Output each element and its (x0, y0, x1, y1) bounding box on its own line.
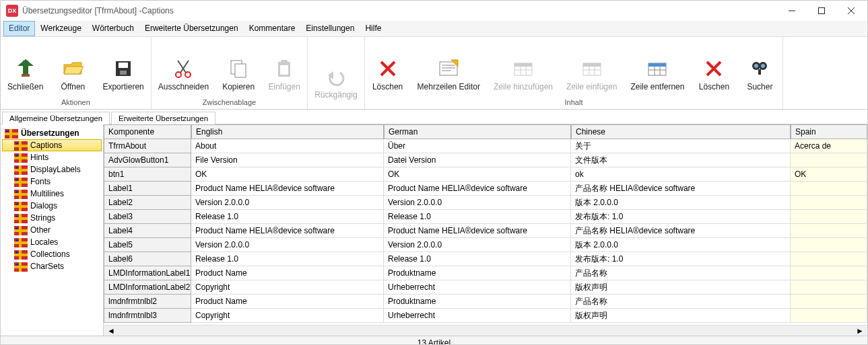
cell-cn[interactable]: 产品名称 (571, 266, 791, 280)
cell-comp[interactable]: TfrmAbout (104, 139, 191, 153)
sidebar-item-charsets[interactable]: CharSets (2, 260, 102, 272)
tab-1[interactable]: Erweiterte Übersetzungen (111, 112, 215, 124)
column-header-spain[interactable]: Spain (791, 124, 867, 139)
menu-item-kommentare[interactable]: Kommentare (244, 21, 301, 36)
copy-btn[interactable]: Kopieren (215, 37, 261, 95)
menu-item-editor[interactable]: Editor (3, 21, 35, 36)
cell-en[interactable]: Release 1.0 (191, 210, 384, 224)
table-row[interactable]: AdvGlowButton1File VersionDatei Version文… (104, 153, 867, 167)
table-row[interactable]: btn1OKOKokOK (104, 167, 867, 182)
table-row[interactable]: lmdnfrmtnlbl2Product NameProduktname产品名称 (104, 295, 867, 309)
menu-item-wörterbuch[interactable]: Wörterbuch (87, 21, 139, 36)
cell-de[interactable]: Release 1.0 (384, 210, 571, 224)
menu-item-hilfe[interactable]: Hilfe (360, 21, 387, 36)
cell-en[interactable]: OK (191, 167, 384, 182)
sidebar-item-multilines[interactable]: Multilines (2, 188, 102, 200)
cell-cn[interactable]: 产品名称 (571, 295, 791, 309)
cell-de[interactable]: Über (384, 139, 571, 153)
menu-item-erweiterte übersetzungen[interactable]: Erweiterte Übersetzungen (139, 21, 244, 36)
export-btn[interactable]: Exportieren (96, 37, 150, 95)
sidebar-item-displaylabels[interactable]: DisplayLabels (2, 163, 102, 176)
cell-cn[interactable]: 发布版本: 1.0 (571, 252, 791, 266)
table-row[interactable]: Label5Version 2.0.0.0Version 2.0.0.0版本 2… (104, 238, 867, 252)
cell-comp[interactable]: LMDInformationLabel2 (104, 280, 191, 295)
cell-comp[interactable]: AdvGlowButton1 (104, 153, 191, 167)
cell-es[interactable] (791, 266, 867, 280)
cell-en[interactable]: File Version (191, 153, 384, 167)
column-header-english[interactable]: English (191, 124, 384, 139)
close-window-button[interactable] (836, 1, 866, 20)
table-row[interactable]: Label4Product Name HELIA®device software… (104, 224, 867, 238)
cell-es[interactable] (791, 196, 867, 210)
cell-en[interactable]: Version 2.0.0.0 (191, 196, 384, 210)
sidebar-item-strings[interactable]: Strings (2, 212, 102, 224)
column-header-chinese[interactable]: Chinese (571, 124, 791, 139)
cell-de[interactable]: Urheberrecht (384, 280, 571, 295)
tab-0[interactable]: Allgemeine Übersetzungen (2, 112, 110, 124)
cell-en[interactable]: Product Name (191, 295, 384, 309)
table-row[interactable]: LMDInformationLabel2CopyrightUrheberrech… (104, 280, 867, 295)
cell-cn[interactable]: 关于 (571, 139, 791, 153)
cell-comp[interactable]: Label2 (104, 196, 191, 210)
cell-comp[interactable]: Label5 (104, 238, 191, 252)
cell-cn[interactable]: ok (571, 167, 791, 182)
cell-comp[interactable]: lmdnfrmtnlbl3 (104, 309, 191, 323)
cell-de[interactable]: OK (384, 167, 571, 182)
cell-es[interactable] (791, 224, 867, 238)
cell-comp[interactable]: lmdnfrmtnlbl2 (104, 295, 191, 309)
sidebar-item-captions[interactable]: Captions (2, 139, 102, 151)
horizontal-scrollbar[interactable]: ◄ ► (104, 325, 867, 336)
cell-es[interactable] (791, 153, 867, 167)
cell-cn[interactable]: 文件版本 (571, 153, 791, 167)
cell-comp[interactable]: Label4 (104, 224, 191, 238)
menu-item-einstellungen[interactable]: Einstellungen (300, 21, 360, 36)
cell-de[interactable]: Version 2.0.0.0 (384, 238, 571, 252)
cell-comp[interactable]: btn1 (104, 167, 191, 182)
table-row[interactable]: LMDInformationLabel1Product NameProduktn… (104, 266, 867, 280)
cell-comp[interactable]: Label1 (104, 182, 191, 196)
sidebar-item-collections[interactable]: Collections (2, 248, 102, 260)
sidebar-item-other[interactable]: Other (2, 224, 102, 236)
maximize-button[interactable] (807, 1, 836, 20)
column-header-komponente[interactable]: Komponente (104, 124, 191, 139)
table-row[interactable]: Label3Release 1.0Release 1.0发布版本: 1.0 (104, 210, 867, 224)
cell-comp[interactable]: Label3 (104, 210, 191, 224)
cell-de[interactable]: Datei Version (384, 153, 571, 167)
scroll-left-icon[interactable]: ◄ (106, 328, 116, 334)
table-row[interactable]: Label2Version 2.0.0.0Version 2.0.0.0版本 2… (104, 196, 867, 210)
cell-es[interactable] (791, 182, 867, 196)
cell-de[interactable]: Urheberrecht (384, 309, 571, 323)
cell-de[interactable]: Product Name HELIA®device software (384, 182, 571, 196)
table-row[interactable]: lmdnfrmtnlbl3CopyrightUrheberrecht版权声明 (104, 309, 867, 323)
delete-btn[interactable]: Löschen (365, 37, 411, 95)
cell-en[interactable]: Product Name HELIA®device software (191, 182, 384, 196)
cell-es[interactable] (791, 238, 867, 252)
multiline-btn[interactable]: Mehrzeilen Editor (411, 37, 487, 95)
cell-en[interactable]: Copyright (191, 309, 384, 323)
cell-es[interactable]: Acerca de (791, 139, 867, 153)
cell-de[interactable]: Product Name HELIA®device software (384, 224, 571, 238)
cell-es[interactable] (791, 295, 867, 309)
cell-de[interactable]: Version 2.0.0.0 (384, 196, 571, 210)
cell-de[interactable]: Produktname (384, 295, 571, 309)
table-row[interactable]: TfrmAboutAboutÜber关于Acerca de (104, 139, 867, 153)
cell-cn[interactable]: 版权声明 (571, 309, 791, 323)
table-row[interactable]: Label6Release 1.0Release 1.0发布版本: 1.0 (104, 252, 867, 266)
cell-cn[interactable]: 发布版本: 1.0 (571, 210, 791, 224)
cell-es[interactable] (791, 210, 867, 224)
search-btn[interactable]: Sucher (737, 37, 782, 95)
table-row[interactable]: Label1Product Name HELIA®device software… (104, 182, 867, 196)
cell-en[interactable]: Release 1.0 (191, 252, 384, 266)
scroll-right-icon[interactable]: ► (855, 328, 865, 334)
open-btn[interactable]: Öffnen (50, 37, 96, 95)
cell-es[interactable] (791, 309, 867, 323)
cell-es[interactable] (791, 252, 867, 266)
cell-en[interactable]: About (191, 139, 384, 153)
cell-de[interactable]: Release 1.0 (384, 252, 571, 266)
cell-de[interactable]: Produktname (384, 266, 571, 280)
cell-cn[interactable]: 版本 2.0.0.0 (571, 238, 791, 252)
sidebar-item-fonts[interactable]: Fonts (2, 176, 102, 188)
cell-es[interactable]: OK (791, 167, 867, 182)
sidebar-item-hints[interactable]: Hints (2, 151, 102, 163)
sidebar-item-dialogs[interactable]: Dialogs (2, 200, 102, 212)
